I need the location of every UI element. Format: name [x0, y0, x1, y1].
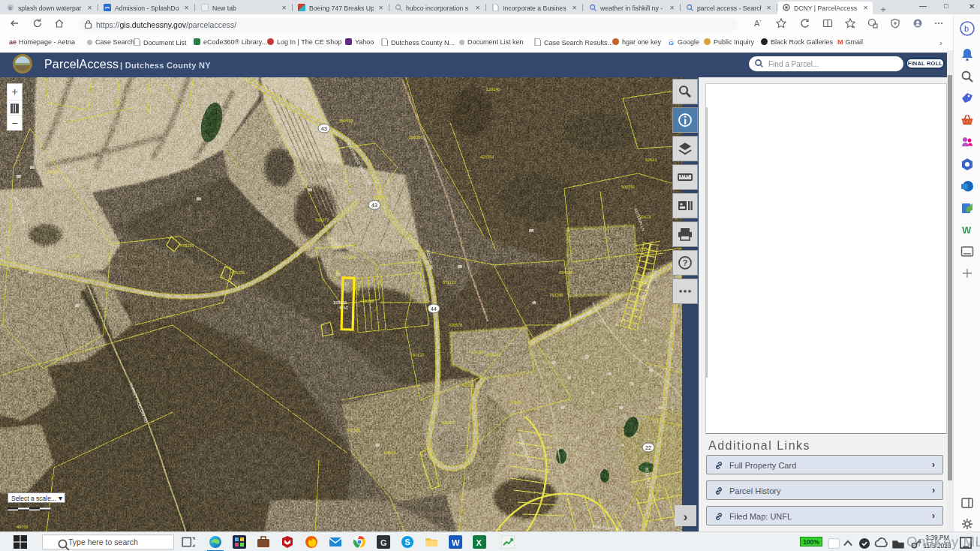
svg-text:b: b [964, 24, 969, 33]
svg-text:501471: 501471 [636, 248, 650, 252]
svg-text:a: a [9, 5, 12, 11]
svg-text:500291: 500291 [621, 185, 635, 189]
svg-text:426325: 426325 [441, 420, 455, 425]
svg-text:528271: 528271 [374, 195, 387, 200]
svg-text:132040: 132040 [45, 170, 59, 174]
svg-text:63615: 63615 [384, 450, 395, 455]
svg-text:763245: 763245 [549, 293, 563, 297]
svg-text:478256: 478256 [180, 243, 194, 248]
svg-text:22: 22 [645, 445, 651, 450]
svg-text:S: S [405, 537, 410, 546]
svg-text:52026: 52026 [510, 400, 522, 405]
svg-text:92423: 92423 [639, 215, 651, 219]
svg-text:141890: 141890 [66, 254, 80, 258]
svg-text:W: W [962, 224, 972, 236]
svg-text:350599: 350599 [339, 119, 353, 123]
svg-text:478218: 478218 [360, 299, 374, 303]
svg-text:497386: 497386 [347, 428, 360, 432]
svg-text:476209: 476209 [341, 255, 355, 260]
svg-text:420578: 420578 [449, 323, 462, 327]
svg-text:62633: 62633 [645, 158, 657, 162]
svg-text:⁷: ⁷ [759, 20, 762, 25]
svg-text:423203: 423203 [480, 155, 494, 159]
svg-text:49793: 49793 [17, 525, 28, 529]
svg-text:X: X [476, 538, 482, 547]
svg-text:W: W [452, 538, 460, 547]
svg-text:40 AC: 40 AC [339, 306, 349, 310]
svg-text:43: 43 [321, 126, 327, 131]
svg-text:62026: 62026 [462, 383, 473, 387]
svg-text:?: ? [683, 258, 688, 267]
svg-text:654245: 654245 [559, 270, 573, 275]
svg-text:421105: 421105 [471, 350, 485, 354]
svg-text:166086: 166086 [409, 135, 422, 140]
svg-text:44: 44 [431, 306, 437, 312]
svg-text:871127: 871127 [443, 280, 456, 285]
svg-text:G: G [380, 538, 387, 547]
svg-text:476256: 476256 [231, 270, 245, 275]
svg-text:165136: 165136 [333, 300, 347, 305]
svg-text:926272: 926272 [315, 218, 329, 222]
svg-text:43: 43 [371, 203, 377, 208]
svg-text:679046: 679046 [486, 353, 500, 357]
svg-text:87127: 87127 [413, 353, 424, 357]
svg-text:123140: 123140 [486, 87, 500, 92]
